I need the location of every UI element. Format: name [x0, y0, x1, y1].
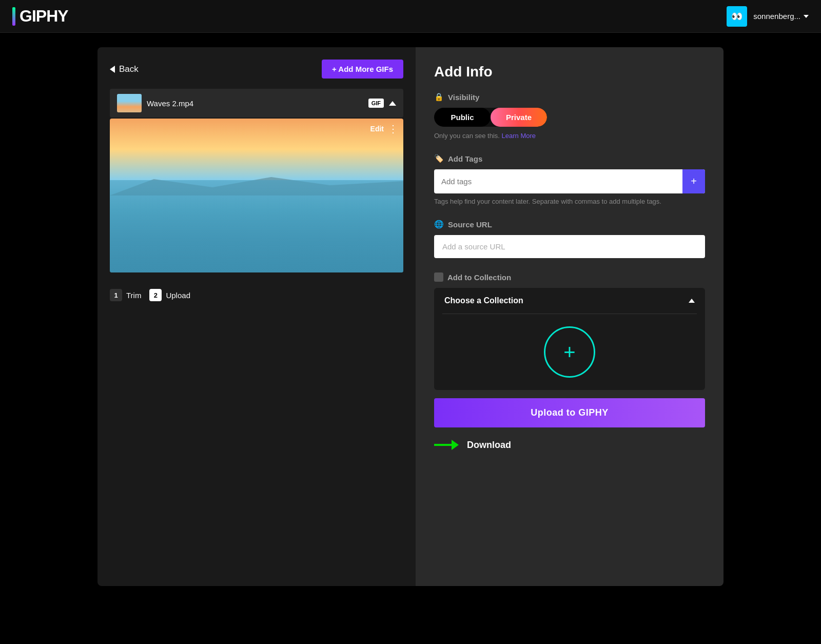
new-collection-icon: +	[563, 341, 575, 364]
visibility-section: 🔒 Visibility Public Private Only you can…	[434, 92, 705, 140]
visibility-note: Only you can see this. Learn More	[434, 132, 705, 140]
tags-section-label: Add Tags	[448, 154, 482, 163]
public-toggle-button[interactable]: Public	[434, 108, 491, 127]
file-thumb-image	[117, 94, 142, 112]
giphy-bar-icon	[12, 7, 15, 26]
chevron-down-icon	[804, 15, 809, 18]
step-1-label: Trim	[126, 291, 141, 300]
svg-marker-1	[452, 440, 459, 450]
username-label: sonnenberg...	[753, 12, 800, 21]
left-top-bar: Back + Add More GIFs	[110, 60, 403, 79]
globe-icon: 🌐	[434, 220, 444, 229]
source-url-label: 🌐 Source URL	[434, 220, 705, 229]
waves-overlay	[110, 180, 403, 272]
steps-bar: 1 Trim 2 Upload	[110, 289, 403, 301]
file-name: Waves 2.mp4	[147, 99, 193, 108]
file-item: Waves 2.mp4 GIF	[110, 89, 403, 118]
source-url-section: 🌐 Source URL	[434, 220, 705, 258]
chevron-up-icon[interactable]	[389, 101, 396, 106]
collection-label-row: Add to Collection	[434, 272, 705, 282]
add-more-gifs-button[interactable]: + Add More GIFs	[322, 60, 403, 79]
upload-to-giphy-button[interactable]: Upload to GIPHY	[434, 398, 705, 427]
header-right: 👀 sonnenberg...	[727, 6, 809, 27]
visibility-label: 🔒 Visibility	[434, 92, 705, 102]
private-toggle-button[interactable]: Private	[491, 108, 547, 127]
header: GIPHY 👀 sonnenberg...	[0, 0, 821, 33]
lock-icon: 🔒	[434, 92, 444, 102]
file-item-right: GIF	[368, 99, 396, 108]
username-button[interactable]: sonnenberg...	[753, 12, 809, 21]
left-panel: Back + Add More GIFs Waves 2.mp4 GIF	[97, 47, 416, 586]
gif-badge: GIF	[368, 99, 384, 108]
tags-section: 🏷️ Add Tags + Tags help find your conten…	[434, 154, 705, 205]
new-collection-button[interactable]: +	[544, 326, 595, 378]
step-2-number: 2	[149, 289, 162, 301]
main-container: Back + Add More GIFs Waves 2.mp4 GIF	[97, 47, 724, 586]
visibility-toggle: Public Private	[434, 108, 547, 127]
preview-container: Edit ⋮	[110, 119, 403, 272]
add-info-title: Add Info	[434, 64, 705, 80]
step-2-label: Upload	[166, 291, 190, 300]
file-item-left: Waves 2.mp4	[117, 94, 193, 112]
back-button[interactable]: Back	[110, 64, 139, 74]
add-more-label: + Add More GIFs	[332, 65, 393, 73]
avatar-emoji: 👀	[731, 11, 742, 22]
giphy-logo: GIPHY	[19, 7, 68, 26]
step-2: 2 Upload	[149, 289, 190, 301]
collection-section-label: Add to Collection	[447, 273, 511, 282]
visibility-section-label: Visibility	[448, 93, 479, 102]
source-url-input[interactable]	[434, 235, 705, 258]
learn-more-link[interactable]: Learn More	[502, 132, 536, 140]
tags-label: 🏷️ Add Tags	[434, 154, 705, 163]
arrow-right-icon	[434, 438, 459, 452]
tags-add-button[interactable]: +	[682, 169, 705, 193]
avatar: 👀	[727, 6, 747, 27]
file-thumbnail	[117, 94, 142, 112]
collection-section: Add to Collection Choose a Collection +	[434, 272, 705, 390]
right-panel: Add Info 🔒 Visibility Public Private Onl…	[416, 47, 724, 586]
collection-body: +	[434, 314, 705, 390]
edit-button[interactable]: Edit	[370, 125, 384, 133]
source-url-section-label: Source URL	[448, 220, 492, 229]
collection-chevron-up-icon	[689, 299, 695, 303]
download-row: Download	[434, 434, 705, 456]
step-1-number: 1	[110, 289, 122, 301]
tag-icon: 🏷️	[434, 154, 444, 163]
header-left: GIPHY	[12, 7, 68, 26]
collection-dropdown-label: Choose a Collection	[444, 296, 523, 305]
tags-hint: Tags help find your content later. Separ…	[434, 198, 705, 205]
preview-overlay: Edit ⋮	[370, 124, 398, 134]
tags-input[interactable]	[434, 171, 682, 192]
step-1: 1 Trim	[110, 289, 141, 301]
collection-header[interactable]: Choose a Collection	[434, 288, 705, 314]
back-label: Back	[119, 64, 139, 74]
collection-dropdown: Choose a Collection +	[434, 288, 705, 390]
tags-input-container: +	[434, 169, 705, 193]
dots-menu-icon[interactable]: ⋮	[388, 124, 398, 134]
chevron-left-icon	[110, 66, 115, 73]
collection-checkbox[interactable]	[434, 272, 443, 282]
download-label[interactable]: Download	[467, 440, 511, 451]
visibility-note-text: Only you can see this.	[434, 132, 500, 140]
